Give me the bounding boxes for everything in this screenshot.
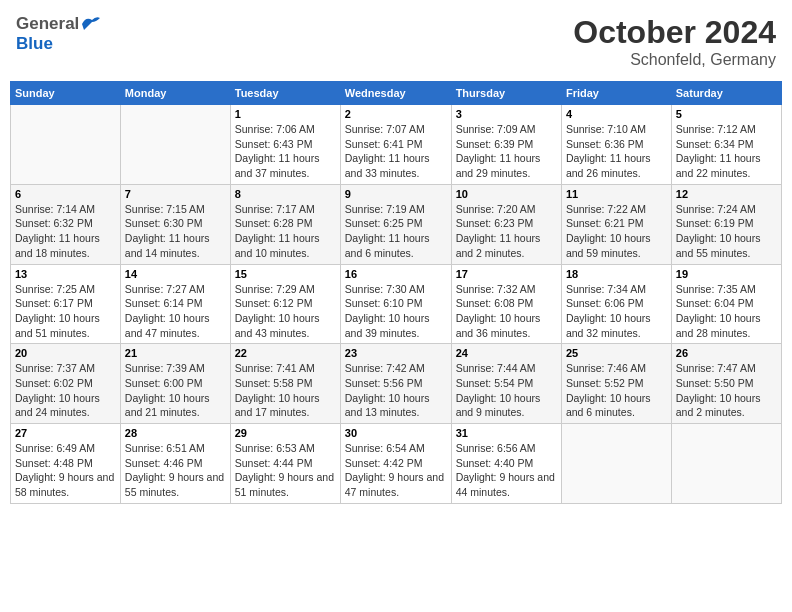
week-row-4: 20Sunrise: 7:37 AM Sunset: 6:02 PM Dayli… [11, 344, 782, 424]
weekday-header-thursday: Thursday [451, 82, 561, 105]
weekday-header-saturday: Saturday [671, 82, 781, 105]
day-details: Sunrise: 7:34 AM Sunset: 6:06 PM Dayligh… [566, 282, 667, 341]
calendar-cell: 6Sunrise: 7:14 AM Sunset: 6:32 PM Daylig… [11, 184, 121, 264]
day-number: 4 [566, 108, 667, 120]
calendar-table: SundayMondayTuesdayWednesdayThursdayFrid… [10, 81, 782, 504]
calendar-cell: 1Sunrise: 7:06 AM Sunset: 6:43 PM Daylig… [230, 105, 340, 185]
day-details: Sunrise: 7:10 AM Sunset: 6:36 PM Dayligh… [566, 122, 667, 181]
calendar-cell: 30Sunrise: 6:54 AM Sunset: 4:42 PM Dayli… [340, 424, 451, 504]
day-number: 18 [566, 268, 667, 280]
day-details: Sunrise: 7:35 AM Sunset: 6:04 PM Dayligh… [676, 282, 777, 341]
calendar-cell: 5Sunrise: 7:12 AM Sunset: 6:34 PM Daylig… [671, 105, 781, 185]
calendar-cell: 29Sunrise: 6:53 AM Sunset: 4:44 PM Dayli… [230, 424, 340, 504]
calendar-cell [120, 105, 230, 185]
day-number: 20 [15, 347, 116, 359]
day-number: 30 [345, 427, 447, 439]
day-details: Sunrise: 7:24 AM Sunset: 6:19 PM Dayligh… [676, 202, 777, 261]
calendar-cell: 15Sunrise: 7:29 AM Sunset: 6:12 PM Dayli… [230, 264, 340, 344]
day-number: 25 [566, 347, 667, 359]
week-row-3: 13Sunrise: 7:25 AM Sunset: 6:17 PM Dayli… [11, 264, 782, 344]
day-details: Sunrise: 7:22 AM Sunset: 6:21 PM Dayligh… [566, 202, 667, 261]
calendar-cell: 20Sunrise: 7:37 AM Sunset: 6:02 PM Dayli… [11, 344, 121, 424]
calendar-cell: 4Sunrise: 7:10 AM Sunset: 6:36 PM Daylig… [561, 105, 671, 185]
day-number: 21 [125, 347, 226, 359]
logo-general-text: General [16, 14, 79, 34]
week-row-5: 27Sunrise: 6:49 AM Sunset: 4:48 PM Dayli… [11, 424, 782, 504]
calendar-cell: 7Sunrise: 7:15 AM Sunset: 6:30 PM Daylig… [120, 184, 230, 264]
day-number: 28 [125, 427, 226, 439]
calendar-cell: 13Sunrise: 7:25 AM Sunset: 6:17 PM Dayli… [11, 264, 121, 344]
day-number: 2 [345, 108, 447, 120]
calendar-cell: 27Sunrise: 6:49 AM Sunset: 4:48 PM Dayli… [11, 424, 121, 504]
day-number: 24 [456, 347, 557, 359]
day-details: Sunrise: 7:39 AM Sunset: 6:00 PM Dayligh… [125, 361, 226, 420]
logo-bird-icon [80, 16, 102, 32]
day-number: 6 [15, 188, 116, 200]
day-number: 5 [676, 108, 777, 120]
day-details: Sunrise: 7:17 AM Sunset: 6:28 PM Dayligh… [235, 202, 336, 261]
day-details: Sunrise: 6:49 AM Sunset: 4:48 PM Dayligh… [15, 441, 116, 500]
day-details: Sunrise: 6:51 AM Sunset: 4:46 PM Dayligh… [125, 441, 226, 500]
day-number: 1 [235, 108, 336, 120]
calendar-cell: 25Sunrise: 7:46 AM Sunset: 5:52 PM Dayli… [561, 344, 671, 424]
day-details: Sunrise: 7:44 AM Sunset: 5:54 PM Dayligh… [456, 361, 557, 420]
day-details: Sunrise: 7:12 AM Sunset: 6:34 PM Dayligh… [676, 122, 777, 181]
day-details: Sunrise: 7:15 AM Sunset: 6:30 PM Dayligh… [125, 202, 226, 261]
calendar-cell: 16Sunrise: 7:30 AM Sunset: 6:10 PM Dayli… [340, 264, 451, 344]
weekday-header-row: SundayMondayTuesdayWednesdayThursdayFrid… [11, 82, 782, 105]
day-details: Sunrise: 7:09 AM Sunset: 6:39 PM Dayligh… [456, 122, 557, 181]
day-details: Sunrise: 7:47 AM Sunset: 5:50 PM Dayligh… [676, 361, 777, 420]
logo-blue-text: Blue [16, 34, 53, 53]
day-details: Sunrise: 6:56 AM Sunset: 4:40 PM Dayligh… [456, 441, 557, 500]
location-title: Schonfeld, Germany [573, 51, 776, 69]
day-details: Sunrise: 7:19 AM Sunset: 6:25 PM Dayligh… [345, 202, 447, 261]
calendar-cell: 28Sunrise: 6:51 AM Sunset: 4:46 PM Dayli… [120, 424, 230, 504]
day-details: Sunrise: 7:27 AM Sunset: 6:14 PM Dayligh… [125, 282, 226, 341]
day-details: Sunrise: 7:41 AM Sunset: 5:58 PM Dayligh… [235, 361, 336, 420]
day-number: 12 [676, 188, 777, 200]
day-details: Sunrise: 7:42 AM Sunset: 5:56 PM Dayligh… [345, 361, 447, 420]
day-number: 17 [456, 268, 557, 280]
day-number: 13 [15, 268, 116, 280]
title-block: October 2024 Schonfeld, Germany [573, 14, 776, 69]
calendar-cell: 31Sunrise: 6:56 AM Sunset: 4:40 PM Dayli… [451, 424, 561, 504]
calendar-cell: 24Sunrise: 7:44 AM Sunset: 5:54 PM Dayli… [451, 344, 561, 424]
day-number: 11 [566, 188, 667, 200]
day-number: 10 [456, 188, 557, 200]
day-details: Sunrise: 7:30 AM Sunset: 6:10 PM Dayligh… [345, 282, 447, 341]
calendar-cell: 18Sunrise: 7:34 AM Sunset: 6:06 PM Dayli… [561, 264, 671, 344]
weekday-header-monday: Monday [120, 82, 230, 105]
calendar-cell: 10Sunrise: 7:20 AM Sunset: 6:23 PM Dayli… [451, 184, 561, 264]
day-number: 15 [235, 268, 336, 280]
calendar-cell: 21Sunrise: 7:39 AM Sunset: 6:00 PM Dayli… [120, 344, 230, 424]
logo: General Blue [16, 14, 102, 54]
day-number: 27 [15, 427, 116, 439]
calendar-cell [671, 424, 781, 504]
day-details: Sunrise: 6:53 AM Sunset: 4:44 PM Dayligh… [235, 441, 336, 500]
day-details: Sunrise: 6:54 AM Sunset: 4:42 PM Dayligh… [345, 441, 447, 500]
calendar-cell [561, 424, 671, 504]
day-number: 26 [676, 347, 777, 359]
day-number: 31 [456, 427, 557, 439]
day-details: Sunrise: 7:32 AM Sunset: 6:08 PM Dayligh… [456, 282, 557, 341]
calendar-cell: 14Sunrise: 7:27 AM Sunset: 6:14 PM Dayli… [120, 264, 230, 344]
calendar-cell: 26Sunrise: 7:47 AM Sunset: 5:50 PM Dayli… [671, 344, 781, 424]
week-row-2: 6Sunrise: 7:14 AM Sunset: 6:32 PM Daylig… [11, 184, 782, 264]
day-details: Sunrise: 7:06 AM Sunset: 6:43 PM Dayligh… [235, 122, 336, 181]
weekday-header-friday: Friday [561, 82, 671, 105]
page-header: General Blue October 2024 Schonfeld, Ger… [10, 10, 782, 73]
calendar-cell: 23Sunrise: 7:42 AM Sunset: 5:56 PM Dayli… [340, 344, 451, 424]
calendar-cell: 12Sunrise: 7:24 AM Sunset: 6:19 PM Dayli… [671, 184, 781, 264]
day-number: 7 [125, 188, 226, 200]
day-number: 22 [235, 347, 336, 359]
day-number: 14 [125, 268, 226, 280]
month-title: October 2024 [573, 14, 776, 51]
day-details: Sunrise: 7:37 AM Sunset: 6:02 PM Dayligh… [15, 361, 116, 420]
day-number: 29 [235, 427, 336, 439]
calendar-cell: 8Sunrise: 7:17 AM Sunset: 6:28 PM Daylig… [230, 184, 340, 264]
weekday-header-sunday: Sunday [11, 82, 121, 105]
calendar-cell: 22Sunrise: 7:41 AM Sunset: 5:58 PM Dayli… [230, 344, 340, 424]
weekday-header-tuesday: Tuesday [230, 82, 340, 105]
day-number: 8 [235, 188, 336, 200]
calendar-cell: 17Sunrise: 7:32 AM Sunset: 6:08 PM Dayli… [451, 264, 561, 344]
